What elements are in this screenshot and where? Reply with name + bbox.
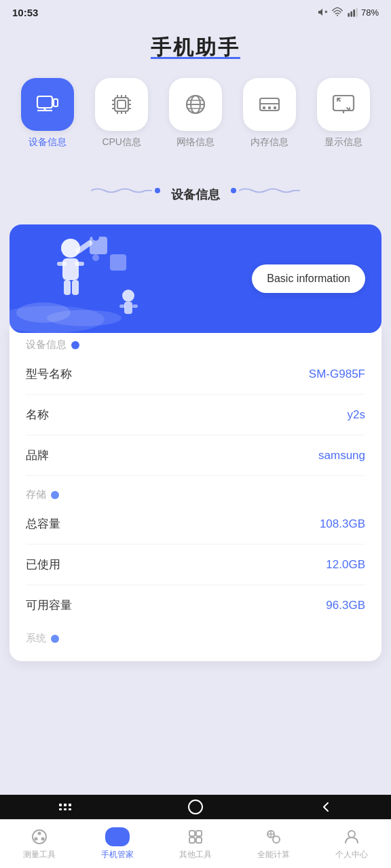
svg-rect-35 [333,96,354,111]
svg-rect-54 [124,302,132,314]
device-row-brand: 品牌 samsung [26,435,365,476]
storage-val-total: 108.3GB [320,517,365,531]
svg-point-2 [337,15,338,16]
device-val-brand: samsung [318,449,365,462]
nav-item-cpu[interactable]: CPU信息 [95,78,148,149]
svg-rect-4 [350,12,352,17]
nav-item-network[interactable]: 网络信息 [169,78,222,149]
svg-rect-58 [64,804,67,806]
svg-point-63 [189,800,202,814]
svg-point-52 [47,310,122,326]
android-back-icon[interactable] [318,799,334,815]
section-title: 设备信息 [171,167,220,214]
device-row-model: 型号名称 SM-G985F [26,354,365,395]
svg-point-80 [348,831,355,837]
svg-rect-59 [69,804,71,806]
storage-key-total: 总容量 [26,516,60,532]
wifi-icon [331,7,343,18]
tab-profile-label: 个人中心 [335,849,368,861]
svg-rect-41 [57,262,67,266]
svg-rect-61 [64,808,67,810]
android-home-icon[interactable] [187,799,204,815]
nav-item-display[interactable]: 显示信息 [317,78,370,149]
svg-rect-42 [75,262,84,266]
nav-icon-display [317,78,370,131]
nav-item-device[interactable]: 设备信息 [21,78,74,149]
svg-rect-43 [64,280,71,295]
svg-rect-47 [92,234,99,241]
svg-rect-5 [353,9,355,17]
tab-phone[interactable]: 手机管家 [78,823,156,865]
storage-key-available: 可用容量 [26,597,72,613]
device-key-model: 型号名称 [26,366,72,382]
storage-dot [51,491,59,499]
battery-level: 78% [361,7,379,18]
svg-rect-33 [268,106,271,109]
svg-rect-44 [72,280,79,295]
svg-rect-6 [356,7,358,16]
nav-row: 设备信息 CPU信息 [0,66,391,149]
svg-point-53 [122,290,134,302]
svg-rect-12 [117,100,126,108]
system-section-label: 系统 [26,632,365,645]
status-icons: 78% [317,7,379,18]
device-key-name: 名称 [26,407,49,422]
svg-point-66 [41,837,44,841]
storage-key-used: 已使用 [26,557,60,572]
status-time: 10:53 [12,7,38,18]
nav-label-display: 显示信息 [324,136,362,149]
banner-card: Basic information [10,224,381,333]
tab-calc[interactable]: 全能计算 [235,823,313,865]
svg-rect-73 [196,831,202,836]
android-nav-bar [0,795,391,819]
section-header: 设备信息 [0,149,391,224]
storage-section: 存储 总容量 108.3GB 已使用 12.0GB 可用容量 96.3GB [26,481,365,625]
info-card: 设备信息 型号名称 SM-G985F 名称 y2s 品牌 samsung 存储 … [10,326,381,661]
svg-point-65 [37,832,41,835]
svg-rect-55 [119,304,125,308]
tab-profile-icon [342,827,361,846]
svg-point-67 [34,837,37,841]
basic-info-button[interactable]: Basic information [252,264,365,293]
device-dot [71,341,79,349]
tab-profile[interactable]: 个人中心 [313,823,391,865]
svg-rect-72 [189,831,195,836]
tab-phone-label: 手机管家 [101,849,134,861]
storage-section-label: 存储 [26,488,365,501]
mute-icon [317,7,328,18]
storage-row-total: 总容量 108.3GB [26,504,365,545]
signal-icon [347,7,358,18]
nav-icon-memory [243,78,296,131]
nav-icon-network [169,78,222,131]
nav-item-memory[interactable]: 内存信息 [243,78,296,149]
svg-rect-50 [110,254,126,271]
svg-rect-32 [263,106,265,109]
nav-label-network: 网络信息 [176,136,215,149]
system-section-partial: 系统 [26,625,365,645]
device-val-name: y2s [348,408,365,422]
svg-rect-8 [54,99,58,106]
android-menu-icon[interactable] [57,799,73,815]
storage-row-available: 可用容量 96.3GB [26,585,365,625]
tab-tools[interactable]: 其他工具 [156,823,234,865]
nav-icon-cpu [95,78,148,131]
svg-rect-60 [59,808,62,810]
svg-point-39 [61,239,80,258]
app-title: 手机助手 [0,24,391,66]
tab-measure[interactable]: 测量工具 [0,823,78,865]
tab-tools-label: 其他工具 [179,849,212,861]
storage-val-available: 96.3GB [326,599,365,612]
tab-calc-icon [264,827,283,846]
tab-phone-icon [105,827,130,846]
status-bar: 10:53 78% [0,0,391,24]
storage-row-used: 已使用 12.0GB [26,545,365,585]
storage-val-used: 12.0GB [326,558,365,572]
svg-rect-62 [69,808,71,810]
svg-rect-48 [110,239,117,246]
device-row-name: 名称 y2s [26,395,365,435]
nav-icon-device [21,78,74,131]
svg-point-77 [273,836,280,843]
device-section-label: 设备信息 [26,338,365,351]
svg-rect-75 [196,837,202,843]
wave-right [239,186,300,195]
